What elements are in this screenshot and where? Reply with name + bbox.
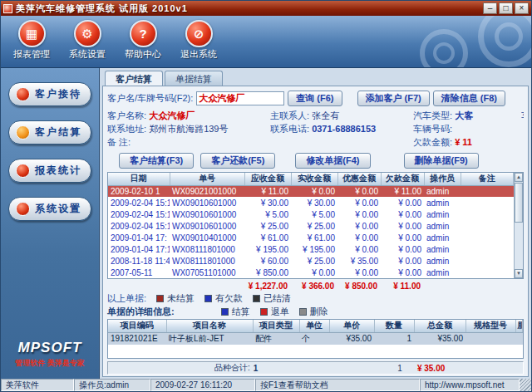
status-operator: 操作员:admin (74, 379, 150, 391)
customer-settle-button[interactable]: 客户结算(F3) (119, 153, 194, 169)
bill-receivable: ¥ 850.00 (244, 267, 291, 278)
phone-value: 0371-68886153 (312, 124, 376, 134)
scroll-thumb[interactable] (515, 183, 523, 223)
bills-totals-row: ¥ 1,227.00 ¥ 366.00 ¥ 850.00 ¥ 11.00 (107, 280, 515, 292)
status-help-hint: 按F1查看帮助文档 (255, 379, 420, 391)
search-label: 客户名/车牌号码(F2): (107, 92, 193, 105)
col-header-received[interactable]: 实收金额 (291, 173, 337, 185)
col-header-bill-no[interactable]: 单号 (170, 173, 244, 185)
bill-operator: admin (424, 267, 461, 278)
bill-debt: ¥ 0.00 (381, 197, 424, 208)
legend-prefix: 以上单据: (107, 292, 146, 305)
bill-row[interactable]: 2008-11-18 11:4 WX08111801000 ¥ 60.00 ¥ … (108, 255, 514, 267)
col-header-item-type[interactable]: 项目类型 (253, 320, 299, 332)
plate-number-label: 车辆号码: (413, 124, 452, 134)
scroll-up-icon[interactable]: ▲ (515, 173, 523, 182)
bill-received: ¥ 61.00 (291, 232, 337, 243)
frame-number-label: 车 架 号: (521, 110, 524, 120)
address-value: 郑州市航海路139号 (149, 124, 228, 134)
col-header-debt[interactable]: 欠款金额 (381, 173, 424, 185)
col-header-item-code[interactable]: 项目编码 (108, 320, 166, 332)
debt-value: ¥ 11 (455, 137, 472, 147)
bill-note (461, 232, 514, 243)
bill-date: 2009-02-10 1 (108, 185, 170, 197)
col-header-service-staff[interactable]: 服务员工 (515, 320, 523, 332)
bill-discount: ¥ 0.00 (337, 220, 381, 232)
sidebar-item-report-statistics[interactable]: 报表统计 (8, 159, 91, 183)
maximize-button[interactable]: □ (499, 2, 513, 14)
sidebar-item-customer-reception[interactable]: 客户接待 (8, 82, 91, 106)
resize-grip[interactable] (520, 379, 531, 391)
col-header-unit-price[interactable]: 单价 (329, 320, 374, 332)
detail-table-container: 项目编码 项目名称 项目类型 单位 单价 数量 总金额 规格型号 服务员工 (107, 319, 524, 359)
toolbar-item-settings[interactable]: ⚙ 系统设置 (64, 20, 111, 61)
legend-label: 删除 (310, 306, 328, 318)
toolbar-item-label: 系统设置 (64, 48, 111, 61)
bill-row[interactable]: 2009-01-04 17:1 WX08111801000 ¥ 195.00 ¥… (108, 243, 514, 255)
col-header-date[interactable]: 日期 (108, 173, 170, 185)
sidebar-item-customer-settlement[interactable]: 客户结算 (8, 120, 91, 145)
col-header-note[interactable]: 备注 (461, 173, 514, 185)
car-type-label: 汽车类型: (413, 110, 452, 120)
col-header-item-name[interactable]: 项目名称 (166, 320, 253, 332)
variety-total-label: 品种合计: (214, 362, 250, 374)
item-unit-price: ¥35.00 (329, 332, 374, 345)
customer-repay-button[interactable]: 客户还款(F5) (200, 153, 275, 169)
close-button[interactable]: × (515, 2, 529, 14)
status-website-link[interactable]: http://www.mpsoft.net (420, 379, 520, 391)
customer-name-label: 客户名称: (107, 110, 146, 120)
tab-bill-settlement[interactable]: 单据结算 (165, 71, 223, 86)
bill-row[interactable]: 2009-02-10 1 WX09021001000 ¥ 11.00 ¥ 0.0… (108, 185, 514, 197)
customer-reception-icon (16, 87, 30, 101)
bills-header-row: 日期 单号 应收金额 实收金额 优惠金额 欠款金额 操作员 备注 (108, 173, 514, 185)
total-received: ¥ 366.00 (290, 280, 337, 292)
col-header-receivable[interactable]: 应收金额 (244, 173, 291, 185)
col-header-total-amount[interactable]: 总金额 (414, 320, 466, 332)
bill-row[interactable]: 2009-02-04 15:1 WX09010601000 ¥ 30.00 ¥ … (108, 197, 514, 208)
customer-info: 客户名称: 大众汽修厂 主联系人: 张全有 汽车类型: 大客 车 架 号: 联系… (107, 109, 524, 149)
tab-customer-settlement[interactable]: 客户结算 (105, 71, 163, 86)
toolbar-item-help[interactable]: ? 帮助中心 (120, 20, 166, 61)
legend-label: 有欠款 (215, 292, 243, 305)
address-label: 联系地址: (107, 124, 146, 134)
col-header-quantity[interactable]: 数量 (374, 320, 414, 332)
col-header-operator[interactable]: 操作员 (424, 173, 461, 185)
bill-receivable: ¥ 5.00 (244, 208, 291, 220)
bill-row[interactable]: 2009-02-04 15:1 WX09010601000 ¥ 25.00 ¥ … (108, 220, 514, 232)
customer-search-input[interactable] (196, 91, 284, 105)
add-customer-button[interactable]: 添加客户 (F7) (357, 91, 430, 106)
scroll-down-icon[interactable]: ▼ (515, 269, 523, 278)
bill-debt: ¥ 0.00 (381, 220, 424, 232)
bill-note (461, 220, 514, 232)
app-icon (3, 4, 12, 13)
detail-row[interactable]: 191821021E 叶子板L前-JET 配件 个 ¥35.00 1 ¥35.0… (108, 332, 523, 345)
bill-row[interactable]: 2009-02-04 15:1 WX09010601000 ¥ 5.00 ¥ 5… (108, 208, 514, 220)
clear-info-button[interactable]: 清除信息 (F8) (433, 91, 505, 106)
bill-row[interactable]: 2007-05-11 WX07051101000 ¥ 850.00 ¥ 0.00… (108, 267, 514, 278)
info-row: 客户名称: 大众汽修厂 主联系人: 张全有 汽车类型: 大客 车 架 号: (107, 109, 524, 122)
bill-operator: admin (424, 232, 461, 243)
col-header-spec-model[interactable]: 规格型号 (466, 320, 515, 332)
bill-operator: admin (424, 197, 461, 208)
gear-icon: ⚙ (74, 20, 101, 47)
toolbar-item-reports[interactable]: ▦ 报表管理 (8, 20, 55, 61)
bill-number: WX09021001000 (170, 185, 244, 197)
detail-title: 单据的详细信息: (107, 306, 175, 318)
col-header-unit[interactable]: 单位 (299, 320, 329, 332)
toolbar-item-exit[interactable]: ⊘ 退出系统 (175, 20, 222, 61)
sidebar-item-system-settings[interactable]: 系统设置 (8, 197, 91, 221)
col-header-discount[interactable]: 优惠金额 (337, 173, 381, 185)
bills-scrollbar[interactable]: ▲ ▼ (514, 173, 523, 278)
bill-row[interactable]: 2009-01-04 17: WX09010401000 ¥ 61.00 ¥ 6… (108, 232, 514, 243)
bill-note (461, 197, 514, 208)
delete-bill-button[interactable]: 删除单据(F9) (404, 153, 479, 169)
bill-received: ¥ 5.00 (291, 208, 337, 220)
query-button[interactable]: 查询 (F6) (288, 91, 342, 106)
minimize-button[interactable]: – (483, 2, 497, 14)
bill-receivable: ¥ 61.00 (244, 232, 291, 243)
modify-bill-button[interactable]: 修改单据(F4) (295, 153, 370, 169)
legend-label: 退单 (271, 306, 289, 318)
bill-debt: ¥ 0.00 (381, 232, 424, 243)
bill-operator: admin (424, 255, 461, 267)
bill-received: ¥ 30.00 (291, 197, 337, 208)
